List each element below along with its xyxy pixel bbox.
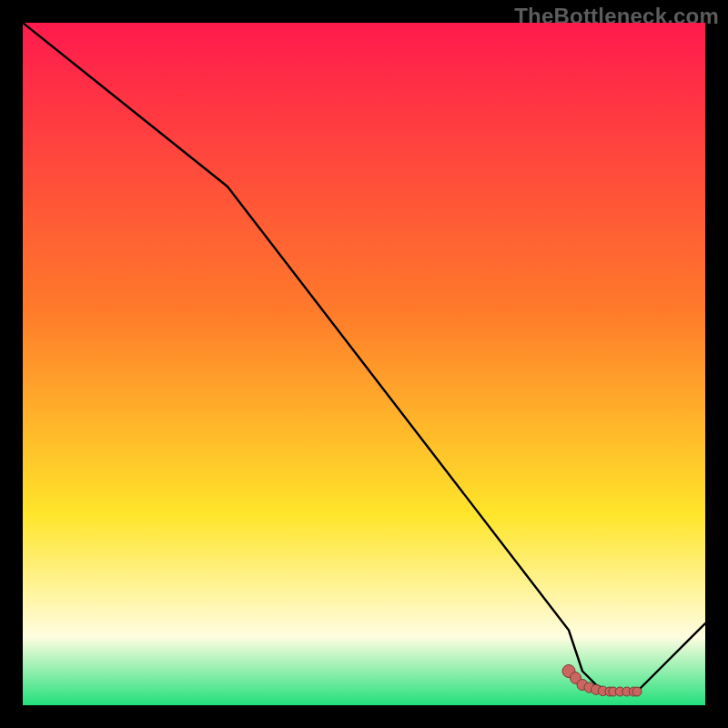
data-marker: [632, 687, 642, 696]
chart-svg: [23, 23, 705, 705]
plot-area: [23, 23, 705, 705]
chart-frame: TheBottleneck.com: [0, 0, 728, 728]
